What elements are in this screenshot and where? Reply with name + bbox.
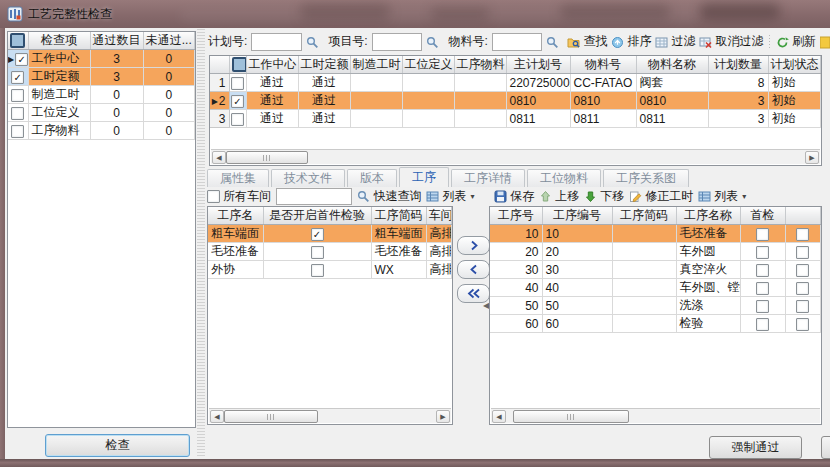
plan-column-header[interactable]: 制造工时 <box>350 56 402 74</box>
checkbox[interactable] <box>231 77 244 90</box>
workshop-column-header[interactable]: 车间 <box>426 207 452 225</box>
plan-process-row[interactable]: 2020车外圆 <box>490 243 821 261</box>
checkbox[interactable]: ✓ <box>11 71 24 84</box>
checkbox[interactable]: ✓ <box>231 95 244 108</box>
plan-column-header[interactable]: 物料名称 <box>636 56 708 74</box>
plan-column-header[interactable]: 计划数量 <box>708 56 768 74</box>
checkbox[interactable] <box>796 282 809 295</box>
move-left-button[interactable] <box>457 260 490 279</box>
check-column-header[interactable]: 检查项 <box>28 32 90 50</box>
scroll-right-arrow[interactable]: ▶ <box>805 151 819 164</box>
checkbox[interactable] <box>11 107 24 120</box>
search-input[interactable] <box>492 33 543 51</box>
tab-0[interactable]: 属性集 <box>207 169 269 187</box>
plan-grid-hscrollbar[interactable]: ◀ ▶ <box>211 149 820 164</box>
workshop-process-row[interactable]: 粗车端面✓粗车端面高排车间 <box>208 225 452 243</box>
plan-process-column-header[interactable]: 工序编号 <box>542 207 612 225</box>
check-item-row[interactable]: ✓工时定额30 <box>8 68 195 86</box>
checkbox[interactable] <box>796 264 809 277</box>
checkbox[interactable] <box>796 300 809 313</box>
tab-6[interactable]: 工序关系图 <box>603 169 689 187</box>
tab-4[interactable]: 工序详情 <box>451 169 525 187</box>
search-input[interactable] <box>372 33 423 51</box>
plan-column-header[interactable]: 主计划号 <box>506 56 570 74</box>
plan-column-header[interactable]: 工时定额 <box>298 56 350 74</box>
tab-3[interactable]: 工序 <box>399 167 449 187</box>
filter-button[interactable]: 过滤 <box>655 33 695 50</box>
list-dropdown[interactable]: 列表▾ <box>426 188 474 205</box>
refresh-button[interactable]: 刷新 <box>776 33 816 50</box>
select-all-header[interactable] <box>8 32 28 50</box>
scroll-left-arrow[interactable]: ◀ <box>210 410 224 423</box>
plan-process-column-header[interactable]: 工序名称 <box>676 207 740 225</box>
checkbox[interactable] <box>756 300 769 313</box>
save-button[interactable]: 保存 <box>494 188 534 205</box>
scroll-thumb[interactable] <box>226 151 308 164</box>
checkbox[interactable] <box>756 264 769 277</box>
plan-column-header[interactable]: 工作中心 <box>246 56 298 74</box>
plan-process-row[interactable]: 1010毛坯准备 <box>490 225 821 243</box>
plan-row[interactable]: ▶2✓通过通过0810081008103初始 <box>210 92 821 110</box>
plan-process-row[interactable]: 6060检验 <box>490 315 821 333</box>
check-item-row[interactable]: ▶✓工作中心30 <box>8 50 195 68</box>
plan-row[interactable]: 1通过通过2207250002CC-FATAO阀套8初始 <box>210 74 821 92</box>
check-column-header[interactable]: 通过数目 <box>90 32 143 50</box>
scroll-left-arrow[interactable]: ◀ <box>492 410 506 423</box>
checkbox[interactable] <box>796 318 809 331</box>
partial-cropped-button[interactable] <box>821 436 830 459</box>
workshop-process-row[interactable]: 外协WX高排车间 <box>208 261 452 279</box>
check-item-row[interactable]: 工位定义00 <box>8 104 195 122</box>
select-all-icon[interactable] <box>232 57 247 72</box>
cancel-filter-button[interactable]: 取消过滤 <box>699 33 763 50</box>
plan-process-grid-hscrollbar[interactable]: ◀ <box>491 408 820 423</box>
workshop-column-header[interactable]: 工序名 <box>208 207 263 225</box>
workshop-process-row[interactable]: 毛坯准备毛坯准备高排车间 <box>208 243 452 261</box>
checkbox[interactable] <box>796 228 809 241</box>
plan-column-header[interactable]: 工位定义 <box>402 56 454 74</box>
scroll-thumb[interactable] <box>513 410 629 423</box>
titlebar[interactable]: 工艺完整性检查 <box>0 0 830 28</box>
workshop-grid-hscrollbar[interactable]: ◀ ▶ <box>209 408 451 423</box>
check-item-row[interactable]: 工序物料00 <box>8 122 195 140</box>
plan-row[interactable]: 3通过通过0811081108113初始 <box>210 110 821 128</box>
force-pass-button[interactable]: 强制通过 <box>709 436 802 459</box>
plan-column-header[interactable]: 物料号 <box>570 56 636 74</box>
plan-process-column-header[interactable]: 工序简码 <box>612 207 676 225</box>
plan-process-column-header[interactable]: 首检 <box>740 207 785 225</box>
move-up-button[interactable]: 上移 <box>539 188 579 205</box>
tab-1[interactable]: 技术文件 <box>271 169 345 187</box>
checkbox[interactable] <box>231 113 244 126</box>
checkbox[interactable] <box>756 228 769 241</box>
checkbox[interactable] <box>756 318 769 331</box>
move-right-button[interactable] <box>457 236 490 255</box>
plan-process-row[interactable]: 5050洗涤 <box>490 297 821 315</box>
scroll-left-arrow[interactable]: ◀ <box>212 151 226 164</box>
quick-query-input[interactable] <box>276 188 352 205</box>
checkbox[interactable]: ✓ <box>15 53 28 66</box>
search-input[interactable] <box>251 33 302 51</box>
vertical-splitter[interactable] <box>197 29 205 457</box>
checkbox[interactable] <box>311 264 324 277</box>
checkbox[interactable]: ✓ <box>311 228 324 241</box>
sort-button[interactable]: 排序 <box>611 33 651 50</box>
tab-2[interactable]: 版本 <box>347 169 397 187</box>
move-down-button[interactable]: 下移 <box>584 188 624 205</box>
list-dropdown-2[interactable]: 列表▾ <box>698 188 746 205</box>
workshop-column-header[interactable]: 工序简码 <box>371 207 426 225</box>
check-column-header[interactable]: 未通过... <box>143 32 195 50</box>
checkbox[interactable] <box>11 125 24 138</box>
select-all-icon[interactable] <box>10 33 25 48</box>
plan-process-column-header[interactable]: 工序号 <box>490 207 542 225</box>
checkbox[interactable] <box>311 246 324 259</box>
select-all-header[interactable] <box>229 56 246 74</box>
quick-query-button[interactable]: 快速查询 <box>357 188 421 205</box>
all-workshops-checkbox[interactable]: 所有车间 <box>207 188 271 205</box>
fix-hours-button[interactable]: 修正工时 <box>629 188 693 205</box>
checkbox[interactable] <box>11 89 24 102</box>
checkbox[interactable] <box>796 246 809 259</box>
tab-5[interactable]: 工位物料 <box>527 169 601 187</box>
check-item-row[interactable]: 制造工时00 <box>8 86 195 104</box>
plan-column-header[interactable]: 计划状态 <box>768 56 821 74</box>
plan-column-header[interactable]: 工序物料 <box>454 56 506 74</box>
check-button[interactable]: 检查 <box>45 434 190 457</box>
